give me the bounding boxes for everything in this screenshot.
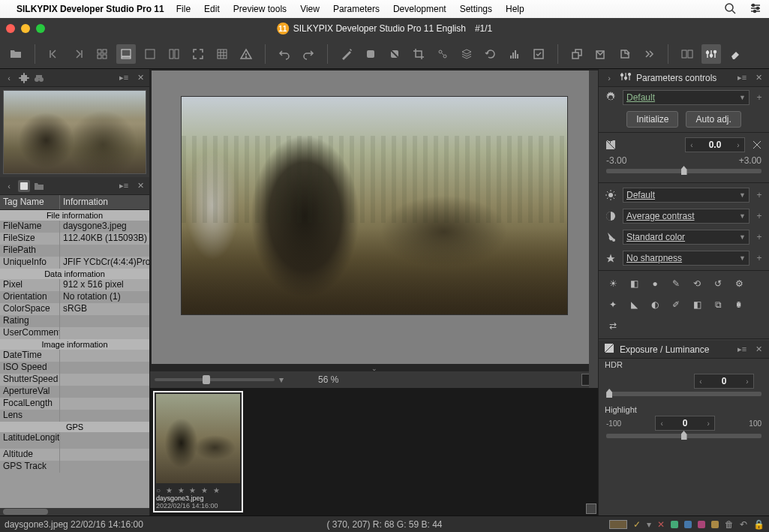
status-dropdown-icon[interactable]: ▾ <box>647 519 651 530</box>
tool-brightness-icon[interactable]: ☀ <box>606 277 620 290</box>
nav-prev-button[interactable] <box>44 44 64 64</box>
spotlight-icon[interactable] <box>724 2 736 17</box>
menu-icon[interactable]: ▸≡ <box>736 72 748 84</box>
wb-select[interactable]: Default▼ <box>623 188 749 203</box>
metadata-scrollbar[interactable] <box>0 508 149 515</box>
status-lock-icon[interactable]: 🔒 <box>753 519 764 530</box>
window-maximize[interactable] <box>36 24 45 33</box>
gear-icon[interactable] <box>603 90 618 105</box>
hdr-decrease[interactable]: ‹ <box>695 377 707 386</box>
tool-eraser-icon[interactable]: ◧ <box>690 298 704 311</box>
status-trash-icon[interactable]: 🗑 <box>725 519 734 530</box>
filmstrip-resize-handle[interactable] <box>586 503 596 514</box>
highlight-increase[interactable]: › <box>702 419 714 428</box>
menu-file[interactable]: File <box>176 4 191 14</box>
status-cancel-icon[interactable]: ✕ <box>657 519 665 530</box>
fit-screen-button[interactable] <box>188 44 208 64</box>
ev-spinner[interactable]: ‹ 0.0 › <box>685 137 745 152</box>
tool-sphere-icon[interactable]: ● <box>648 277 662 290</box>
open-folder-button[interactable] <box>6 44 26 64</box>
tool-gear-icon[interactable]: ⚙ <box>732 277 746 290</box>
ev-slider[interactable] <box>606 169 761 173</box>
highlight-spinner[interactable]: ‹ 0 › <box>655 416 715 431</box>
warning-button[interactable] <box>236 44 256 64</box>
status-dot-green[interactable] <box>671 521 678 528</box>
layout-1-button[interactable] <box>140 44 160 64</box>
tool-clone-icon[interactable]: ⧉ <box>711 298 725 311</box>
tool-crop-icon[interactable]: ⧯ <box>732 298 746 311</box>
export-1[interactable] <box>567 44 587 64</box>
control-center-icon[interactable] <box>749 2 761 17</box>
more-icon[interactable] <box>639 44 659 64</box>
tool-rotate-icon[interactable]: ⟲ <box>690 277 704 290</box>
tool-triangle-icon[interactable]: ◣ <box>627 298 641 311</box>
chevron-right-icon[interactable]: › <box>603 72 615 84</box>
menu-parameters[interactable]: Parameters <box>333 4 380 14</box>
menu-icon[interactable]: ▸≡ <box>736 344 748 356</box>
tool-brush-icon[interactable]: ✎ <box>669 277 683 290</box>
redo-button[interactable] <box>299 44 318 64</box>
check-tool[interactable] <box>529 44 548 64</box>
ev-increase[interactable]: › <box>732 141 744 149</box>
chevron-left-icon[interactable]: ‹ <box>3 180 15 192</box>
compare-button[interactable] <box>677 44 697 64</box>
filmstrip-rating[interactable]: ○ ★ ★ ★ ★ ★ <box>156 486 240 494</box>
app-name[interactable]: SILKYPIX Developer Studio Pro 11 <box>17 4 164 14</box>
tool-tone-icon[interactable]: ◧ <box>627 277 641 290</box>
add-preset-icon[interactable]: + <box>754 92 764 103</box>
tool-fish-icon[interactable]: ◐ <box>648 298 662 311</box>
window-minimize[interactable] <box>21 24 30 33</box>
status-dot-blue[interactable] <box>684 521 692 528</box>
auto-tool-3[interactable] <box>385 44 404 64</box>
window-close[interactable] <box>6 24 15 33</box>
rotate-tool[interactable] <box>481 44 500 64</box>
highlight-decrease[interactable]: ‹ <box>656 419 668 428</box>
menu-settings[interactable]: Settings <box>460 4 492 14</box>
adjust-button[interactable] <box>701 44 721 64</box>
navigator-thumbnail[interactable] <box>0 87 149 177</box>
menu-development[interactable]: Development <box>393 4 446 14</box>
hdr-spinner[interactable]: ‹ 0 › <box>694 374 754 389</box>
add-wb-icon[interactable]: + <box>754 190 764 200</box>
hdr-slider[interactable] <box>606 392 761 396</box>
color-select[interactable]: Standard color▼ <box>623 230 749 245</box>
tool-pen-icon[interactable]: ✐ <box>669 298 683 311</box>
tool-reset-icon[interactable]: ↺ <box>711 277 725 290</box>
highlight-slider[interactable] <box>606 434 761 438</box>
close-icon[interactable]: ✕ <box>752 344 764 356</box>
preset-select[interactable]: Default▼ <box>623 90 749 105</box>
filmstrip-item[interactable]: ○ ★ ★ ★ ★ ★ daysgone3.jpeg 2022/02/16 14… <box>153 391 243 512</box>
status-undo-icon[interactable]: ↶ <box>740 519 747 530</box>
grid-overlay-button[interactable] <box>212 44 232 64</box>
initialize-button[interactable]: Initialize <box>626 111 678 128</box>
auto-adjust-button[interactable]: Auto adj. <box>686 111 740 128</box>
grid-view-button[interactable] <box>92 44 112 64</box>
close-icon[interactable]: ✕ <box>752 72 764 84</box>
menu-view[interactable]: View <box>300 4 320 14</box>
eraser-button[interactable] <box>725 44 745 64</box>
close-icon[interactable]: ✕ <box>134 72 146 84</box>
menu-icon[interactable]: ▸≡ <box>118 180 130 192</box>
add-color-icon[interactable]: + <box>754 232 764 242</box>
contrast-select[interactable]: Average contrast▼ <box>623 209 749 224</box>
spot-tool[interactable] <box>433 44 452 64</box>
chevron-left-icon[interactable]: ‹ <box>3 72 15 84</box>
histogram-tool[interactable] <box>505 44 524 64</box>
undo-button[interactable] <box>275 44 294 64</box>
zoom-slider[interactable] <box>155 378 275 381</box>
sharpness-select[interactable]: No sharpness▼ <box>623 251 749 266</box>
add-sharp-icon[interactable]: + <box>754 253 764 263</box>
crop-tool[interactable] <box>409 44 428 64</box>
preview-canvas[interactable] <box>152 71 596 364</box>
reset-ev-icon[interactable] <box>749 137 764 152</box>
binoculars-icon[interactable] <box>33 72 45 84</box>
menu-icon[interactable]: ▸≡ <box>118 72 130 84</box>
status-check-icon[interactable]: ✓ <box>633 519 641 530</box>
single-view-button[interactable] <box>116 44 136 64</box>
export-2[interactable] <box>591 44 611 64</box>
auto-tool-2[interactable] <box>361 44 380 64</box>
menu-edit[interactable]: Edit <box>204 4 220 14</box>
menu-help[interactable]: Help <box>506 4 524 14</box>
hdr-increase[interactable]: › <box>741 377 753 386</box>
status-dot-orange[interactable] <box>711 521 719 528</box>
